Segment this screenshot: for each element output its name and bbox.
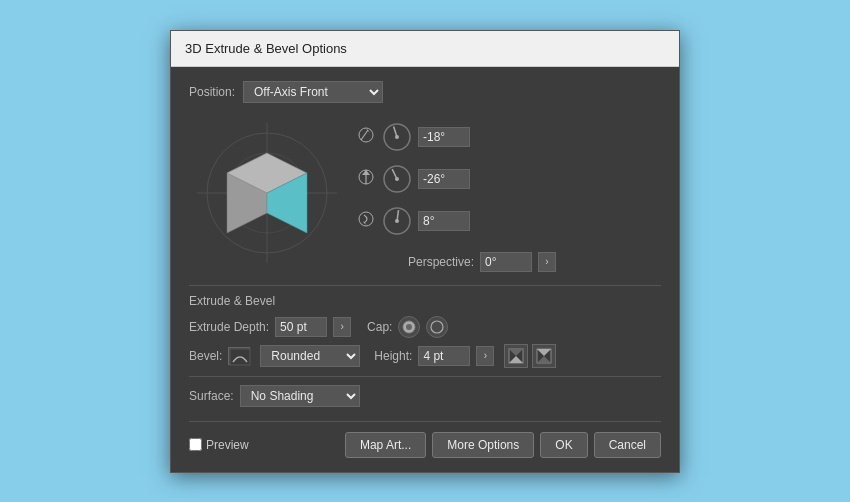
z-angle-input[interactable] bbox=[418, 211, 470, 231]
preview-check-area: Preview bbox=[189, 438, 249, 452]
position-row: Position: Off-Axis Front Off-Axis Back O… bbox=[189, 81, 661, 103]
y-dial[interactable] bbox=[382, 164, 412, 194]
height-input[interactable] bbox=[418, 346, 470, 366]
bottom-row: Preview Map Art... More Options OK Cance… bbox=[189, 421, 661, 458]
divider2 bbox=[189, 376, 661, 377]
bevel-in-button[interactable] bbox=[504, 344, 528, 368]
map-art-button[interactable]: Map Art... bbox=[345, 432, 426, 458]
extrude-bevel-label: Extrude & Bevel bbox=[189, 294, 661, 308]
more-options-button[interactable]: More Options bbox=[432, 432, 534, 458]
bevel-row: Bevel: Rounded None Classic Concave Step… bbox=[189, 344, 661, 368]
extrude-depth-label: Extrude Depth: bbox=[189, 320, 269, 334]
dialog-3d-extrude-bevel: 3D Extrude & Bevel Options Position: Off… bbox=[170, 30, 680, 473]
bevel-out-button[interactable] bbox=[532, 344, 556, 368]
extrude-depth-row: Extrude Depth: › Cap: bbox=[189, 316, 661, 338]
svg-point-23 bbox=[395, 219, 399, 223]
z-rotation-row bbox=[356, 206, 661, 236]
surface-select[interactable]: No Shading Diffuse Shading Plastic Shadi… bbox=[240, 385, 360, 407]
position-label: Position: bbox=[189, 85, 235, 99]
bevel-label: Bevel: bbox=[189, 349, 222, 363]
angle-controls: Perspective: › bbox=[356, 113, 661, 273]
y-axis-icon bbox=[356, 167, 376, 190]
surface-row: Surface: No Shading Diffuse Shading Plas… bbox=[189, 385, 661, 407]
z-axis-icon bbox=[356, 209, 376, 232]
cap-label: Cap: bbox=[367, 320, 392, 334]
cube-preview bbox=[189, 113, 344, 273]
position-select[interactable]: Off-Axis Front Off-Axis Back Off-Axis Le… bbox=[243, 81, 383, 103]
divider1 bbox=[189, 285, 661, 286]
height-label: Height: bbox=[374, 349, 412, 363]
svg-line-8 bbox=[361, 130, 368, 140]
x-dial[interactable] bbox=[382, 122, 412, 152]
y-angle-input[interactable] bbox=[418, 169, 470, 189]
x-axis-icon bbox=[356, 125, 376, 148]
extrude-depth-chevron[interactable]: › bbox=[333, 317, 351, 337]
z-dial[interactable] bbox=[382, 206, 412, 236]
bevel-preview bbox=[228, 347, 250, 365]
svg-point-12 bbox=[395, 135, 399, 139]
surface-label: Surface: bbox=[189, 389, 234, 403]
svg-point-18 bbox=[395, 177, 399, 181]
svg-point-26 bbox=[431, 321, 443, 333]
dialog-title: 3D Extrude & Bevel Options bbox=[185, 41, 347, 56]
perspective-chevron[interactable]: › bbox=[538, 252, 556, 272]
ok-button[interactable]: OK bbox=[540, 432, 587, 458]
x-angle-input[interactable] bbox=[418, 127, 470, 147]
height-chevron[interactable]: › bbox=[476, 346, 494, 366]
preview-label[interactable]: Preview bbox=[206, 438, 249, 452]
cancel-button[interactable]: Cancel bbox=[594, 432, 661, 458]
y-rotation-row bbox=[356, 164, 661, 194]
svg-point-19 bbox=[359, 212, 373, 226]
svg-point-25 bbox=[406, 324, 412, 330]
content-area: Perspective: › bbox=[189, 113, 661, 273]
x-rotation-row bbox=[356, 122, 661, 152]
bevel-icons bbox=[504, 344, 556, 368]
cube-svg bbox=[197, 123, 337, 263]
cap-on-button[interactable] bbox=[398, 316, 420, 338]
dialog-body: Position: Off-Axis Front Off-Axis Back O… bbox=[171, 67, 679, 472]
preview-checkbox[interactable] bbox=[189, 438, 202, 451]
extrude-depth-input[interactable] bbox=[275, 317, 327, 337]
dialog-titlebar: 3D Extrude & Bevel Options bbox=[171, 31, 679, 67]
perspective-label: Perspective: bbox=[408, 255, 474, 269]
perspective-input[interactable] bbox=[480, 252, 532, 272]
bevel-select[interactable]: Rounded None Classic Concave Stepped bbox=[260, 345, 360, 367]
cap-off-button[interactable] bbox=[426, 316, 448, 338]
perspective-row: Perspective: › bbox=[356, 252, 661, 272]
